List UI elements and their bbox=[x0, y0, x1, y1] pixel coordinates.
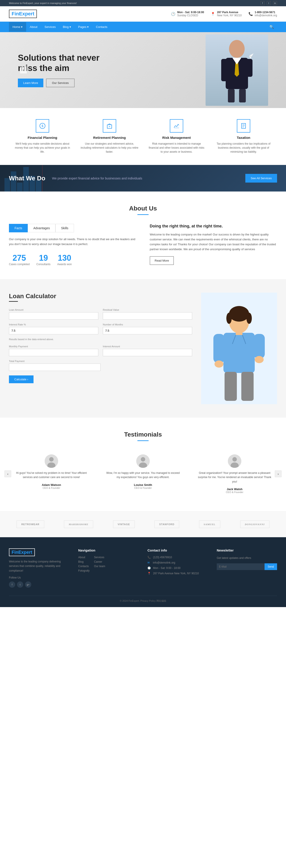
stat-consultants-number: 19 bbox=[36, 253, 51, 263]
footer-follow-label: Follow Us bbox=[9, 576, 69, 579]
footer-nav-services[interactable]: Services bbox=[94, 556, 105, 559]
svg-point-39 bbox=[141, 457, 145, 462]
testimonials-next-arrow[interactable]: › bbox=[275, 470, 282, 477]
footer-nav-about[interactable]: About bbox=[78, 556, 90, 559]
top-bar: Welcome to FinExpert, your expert in man… bbox=[0, 0, 286, 6]
search-icon[interactable]: 🔍 bbox=[266, 22, 277, 32]
testimonial-2-avatar bbox=[136, 455, 150, 468]
about-us-divider bbox=[137, 214, 149, 215]
svg-point-28 bbox=[214, 361, 223, 368]
nav-contacts[interactable]: Contacts bbox=[92, 22, 111, 32]
tab-skills[interactable]: Skills bbox=[55, 224, 74, 232]
twitter-icon[interactable]: t bbox=[267, 1, 271, 5]
read-more-button[interactable]: Read More bbox=[150, 256, 174, 265]
footer-twitter-icon[interactable]: t bbox=[17, 582, 23, 588]
partner-mahirodome: Mahirodome bbox=[64, 521, 93, 528]
footer-nav-career[interactable]: Career bbox=[94, 560, 105, 563]
svg-rect-31 bbox=[241, 372, 254, 401]
about-tabs: Facts Advantages Skills bbox=[9, 224, 136, 232]
calculate-button[interactable]: Calculate › bbox=[9, 375, 33, 383]
interest-rate-input[interactable] bbox=[9, 327, 98, 334]
nav-blog[interactable]: Blog ▾ bbox=[59, 22, 75, 32]
svg-rect-26 bbox=[213, 334, 225, 363]
svg-point-36 bbox=[49, 457, 54, 462]
our-services-button[interactable]: Our Services bbox=[46, 79, 75, 87]
phone-label: 1-800-1234-5671 bbox=[255, 11, 277, 14]
svg-text:$: $ bbox=[41, 124, 44, 128]
nav-about[interactable]: About bbox=[26, 22, 41, 32]
interest-amount-label: Interest Amount bbox=[103, 345, 192, 348]
residual-value-input[interactable] bbox=[103, 312, 192, 320]
footer: FinExpert Welcome to the leading company… bbox=[0, 537, 286, 607]
phone-sub: info@demolink.org bbox=[255, 14, 277, 17]
interest-rate-label: Interest Rate % bbox=[9, 323, 98, 326]
hero-prev-arrow[interactable]: ‹ bbox=[20, 67, 27, 73]
service-retirement-planning: Retirement Planning Use our strategies a… bbox=[76, 119, 143, 154]
footer-nav-col: Navigation About Blog Contacts Fotografy… bbox=[78, 548, 139, 589]
tab-advantages[interactable]: Advantages bbox=[28, 224, 55, 232]
service-taxation: Taxation Tax planning considers the tax … bbox=[210, 119, 277, 154]
footer-facebook-icon[interactable]: f bbox=[9, 582, 15, 588]
total-payment-field: Total Payment bbox=[9, 360, 192, 371]
hero-buttons: Learn More Our Services bbox=[18, 79, 112, 87]
footer-nav-title: Navigation bbox=[78, 548, 139, 552]
header-info: 🕐 Mon - Sat: 9:00-18:00 Sunday CLOSED 📍 … bbox=[171, 11, 277, 17]
footer-logo-accent: Expert bbox=[18, 550, 32, 555]
facebook-icon[interactable]: f bbox=[260, 1, 264, 5]
what-we-do-section: What We Do We provide expert financial a… bbox=[0, 165, 286, 191]
footer-email-icon: ✉ bbox=[147, 561, 151, 564]
about-right-heading: Doing the right thing, at the right time… bbox=[150, 224, 277, 228]
phone-icon: 📞 bbox=[249, 12, 253, 16]
address-sub: New York, NY 90210 bbox=[217, 14, 242, 17]
header-address: 📍 267 Park Avenue New York, NY 90210 bbox=[211, 11, 242, 17]
risk-management-title: Risk Management bbox=[147, 136, 206, 140]
financial-planning-desc: We'll help you make sensible decisions a… bbox=[13, 142, 72, 154]
number-of-months-label: Number of Months bbox=[103, 323, 192, 326]
testimonials-divider bbox=[137, 440, 149, 441]
see-all-services-button[interactable]: See All Services bbox=[245, 174, 277, 183]
footer-nav-blog[interactable]: Blog bbox=[78, 560, 90, 563]
residual-value-field: Residual Value bbox=[103, 308, 192, 320]
monthly-payment-label: Monthly Payment bbox=[9, 345, 98, 348]
nav-pages[interactable]: Pages ▾ bbox=[75, 22, 92, 32]
footer-google-icon[interactable]: g+ bbox=[25, 582, 31, 588]
loan-amount-input[interactable] bbox=[9, 312, 98, 320]
total-payment-input[interactable] bbox=[9, 364, 101, 371]
about-right-text: Welcome to the leading company on the ma… bbox=[150, 232, 277, 252]
newsletter-form: Send bbox=[217, 563, 277, 570]
monthly-payment-input[interactable] bbox=[9, 349, 98, 356]
newsletter-email-input[interactable] bbox=[217, 563, 264, 570]
about-tab-text: Our company is your one stop solution fo… bbox=[9, 237, 136, 247]
testimonial-3-text: Great organization!! Your prompt answer … bbox=[197, 471, 273, 484]
newsletter-send-button[interactable]: Send bbox=[264, 563, 277, 570]
testimonial-3: Great organization!! Your prompt answer … bbox=[192, 450, 277, 498]
testimonial-3-title: CEO & Founder bbox=[197, 491, 273, 494]
linkedin-icon[interactable]: in bbox=[273, 1, 277, 5]
footer-about-text: Welcome to the leading company deliverin… bbox=[9, 559, 69, 573]
nav-home[interactable]: Home ▾ bbox=[9, 22, 26, 32]
partners-section: RETROWEAR Mahirodome VINTAGE STANFORD Sa… bbox=[0, 512, 286, 537]
nav-services[interactable]: Services bbox=[41, 22, 59, 32]
location-icon: 📍 bbox=[211, 12, 215, 16]
footer-hours: Mon - Sat: 9:00 - 18:00 bbox=[153, 566, 180, 569]
calc-image bbox=[201, 292, 277, 404]
service-risk-management: Risk Management Risk management is inten… bbox=[143, 119, 210, 154]
number-of-months-input[interactable] bbox=[103, 327, 192, 334]
footer-address-item: 📍 267 Park Avenue New York, NY 90210 bbox=[147, 572, 208, 575]
footer-nav-fotografy[interactable]: Fotografy bbox=[78, 569, 90, 572]
logo[interactable]: FinExpert bbox=[9, 9, 37, 18]
svg-rect-5 bbox=[239, 89, 246, 102]
footer-hours-item: 🕐 Mon - Sat: 9:00 - 18:00 bbox=[147, 566, 208, 569]
footer-nav-our-team[interactable]: Our team bbox=[94, 565, 105, 568]
svg-rect-4 bbox=[228, 89, 235, 102]
footer-address: 267 Park Avenue New York, NY 90210 bbox=[153, 572, 199, 575]
interest-amount-input[interactable] bbox=[103, 349, 192, 356]
tab-facts[interactable]: Facts bbox=[9, 224, 28, 232]
testimonials-prev-arrow[interactable]: ‹ bbox=[4, 470, 11, 477]
interest-rate-field: Interest Rate % bbox=[9, 323, 98, 334]
footer-nav-contacts[interactable]: Contacts bbox=[78, 565, 90, 568]
learn-more-button[interactable]: Learn More bbox=[18, 79, 44, 87]
calc-row-1: Loan Amount Residual Value bbox=[9, 308, 192, 320]
testimonial-2: Wow, I'm so happy with your service. You… bbox=[101, 450, 185, 498]
footer-logo: FinExpert bbox=[9, 548, 35, 556]
